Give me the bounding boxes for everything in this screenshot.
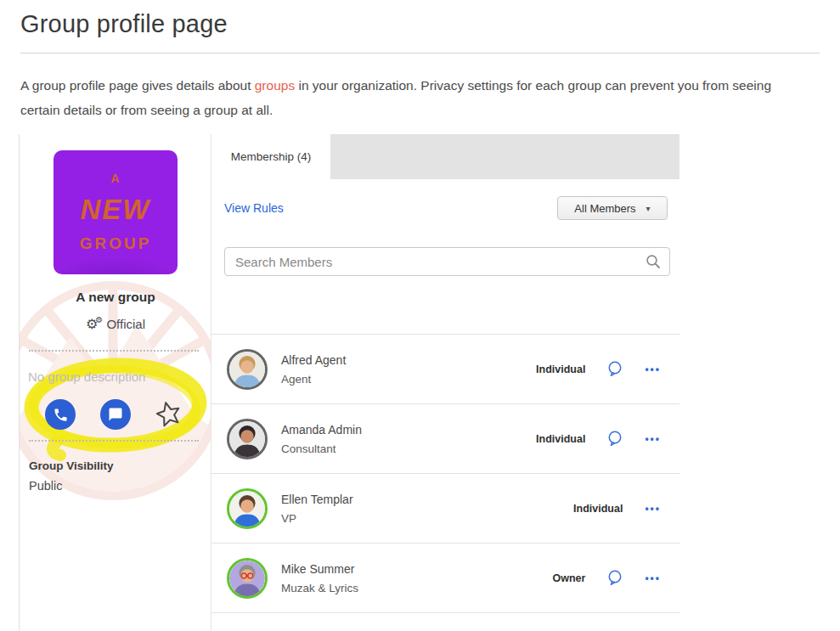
member-role-badge: Owner <box>552 572 585 584</box>
member-role-badge: Individual <box>536 433 585 445</box>
gears-icon: ⚙ <box>95 315 103 324</box>
member-name[interactable]: Alfred Agent <box>281 353 346 367</box>
group-visibility-label: Group Visibility <box>29 459 114 472</box>
member-row: Amanda Admin Consultant Individual ••• <box>211 404 679 474</box>
chevron-down-icon: ▾ <box>646 204 651 213</box>
member-job-title: Consultant <box>281 442 362 455</box>
more-actions-button[interactable]: ••• <box>645 433 661 445</box>
view-rules-link[interactable]: View Rules <box>224 201 284 215</box>
intro-text-before: A group profile page gives details about <box>20 78 255 93</box>
group-avatar-text: A <box>110 172 120 185</box>
chat-bubble-icon[interactable] <box>607 570 623 586</box>
member-actions: Individual ••• <box>536 361 661 377</box>
phone-icon <box>53 407 69 423</box>
call-button[interactable] <box>45 399 76 430</box>
member-role-badge: Individual <box>573 503 623 515</box>
member-avatar[interactable] <box>227 349 268 390</box>
chat-bubble-icon[interactable] <box>607 361 623 377</box>
member-avatar[interactable] <box>227 419 268 459</box>
member-avatar[interactable] <box>227 488 268 529</box>
favorite-button[interactable] <box>151 397 185 431</box>
member-text: Alfred Agent Agent <box>281 353 346 386</box>
member-text: Ellen Templar VP <box>281 493 353 525</box>
member-name[interactable]: Amanda Admin <box>281 423 362 437</box>
group-avatar[interactable]: A NEW GROUP <box>54 150 178 274</box>
search-icon[interactable] <box>646 254 661 269</box>
avatar-head <box>240 360 253 373</box>
member-actions: Owner ••• <box>552 570 661 586</box>
membership-toolbar: View Rules All Members▾ <box>224 196 668 220</box>
tab-bar-filler <box>330 134 679 179</box>
group-name: A new group <box>20 290 211 305</box>
more-actions-button[interactable]: ••• <box>645 503 661 515</box>
member-search <box>224 247 670 276</box>
contact-actions <box>20 399 211 430</box>
member-actions: Individual ••• <box>573 503 661 515</box>
member-job-title: VP <box>281 512 353 525</box>
member-role-badge: Individual <box>536 363 585 375</box>
member-list: Alfred Agent Agent Individual ••• <box>211 334 679 613</box>
page-title: Group profile page <box>20 10 228 38</box>
member-job-title: Agent <box>281 373 346 386</box>
avatar-head <box>240 430 253 442</box>
group-description-placeholder: No group description <box>28 369 145 384</box>
member-name[interactable]: Mike Summer <box>281 562 358 576</box>
member-row: Mike Summer Muzak & Lyrics Owner ••• <box>211 544 679 613</box>
chat-icon <box>108 407 123 422</box>
title-divider <box>20 53 820 54</box>
group-profile-panel: A NEW GROUP A new group ⚙⚙ Official No g… <box>19 134 211 631</box>
member-avatar[interactable] <box>227 558 268 599</box>
chat-bubble-icon[interactable] <box>607 431 623 447</box>
tab-bar: Membership (4) <box>211 134 679 179</box>
member-row: Ellen Templar VP Individual ••• <box>211 474 679 544</box>
screenshot-group-profile: A NEW GROUP A new group ⚙⚙ Official No g… <box>19 134 679 631</box>
membership-panel: Membership (4) View Rules All Members▾ <box>211 134 679 631</box>
more-actions-button[interactable]: ••• <box>645 363 661 375</box>
member-text: Mike Summer Muzak & Lyrics <box>281 562 358 594</box>
star-icon <box>151 397 185 431</box>
member-filter-label: All Members <box>574 202 635 215</box>
group-visibility-value: Public <box>29 479 63 493</box>
member-row: Alfred Agent Agent Individual ••• <box>211 335 679 404</box>
avatar-head <box>240 499 253 512</box>
dotted-divider <box>29 350 199 352</box>
member-text: Amanda Admin Consultant <box>281 423 362 455</box>
groups-link[interactable]: groups <box>255 78 295 93</box>
group-avatar-text: GROUP <box>80 234 152 253</box>
member-actions: Individual ••• <box>536 431 661 447</box>
group-avatar-text: NEW <box>81 194 151 226</box>
tab-membership[interactable]: Membership (4) <box>211 134 330 179</box>
search-members-input[interactable] <box>224 247 670 276</box>
message-button[interactable] <box>100 399 131 430</box>
member-name[interactable]: Ellen Templar <box>281 493 353 506</box>
dotted-divider <box>29 440 199 442</box>
more-actions-button[interactable]: ••• <box>645 572 661 584</box>
official-badge: ⚙⚙ Official <box>20 315 211 332</box>
member-filter-dropdown[interactable]: All Members▾ <box>557 196 668 220</box>
official-badge-label: Official <box>106 317 145 331</box>
intro-paragraph: A group profile page gives details about… <box>20 73 810 122</box>
member-job-title: Muzak & Lyrics <box>281 582 358 594</box>
